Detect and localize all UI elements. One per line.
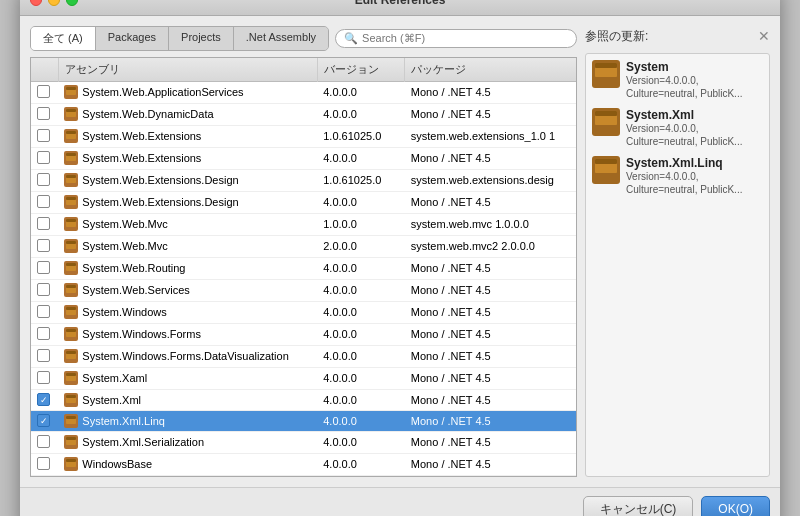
table-row[interactable]: System.Web.Mvc2.0.0.0system.web.mvc2 2.0… bbox=[31, 235, 576, 257]
package-icon bbox=[64, 283, 78, 297]
table-row[interactable]: System.Windows.Forms4.0.0.0Mono / .NET 4… bbox=[31, 323, 576, 345]
row-checkbox[interactable] bbox=[37, 129, 50, 142]
row-checkbox[interactable] bbox=[37, 305, 50, 318]
maximize-button[interactable] bbox=[66, 0, 78, 6]
assembly-table-container: アセンブリ バージョン パッケージ System.Web.Application… bbox=[30, 57, 577, 477]
edit-references-window: Edit References 全て (A) Packages Projects… bbox=[20, 0, 780, 516]
search-input[interactable] bbox=[362, 32, 568, 44]
ref-name: System bbox=[626, 60, 763, 74]
row-checkbox[interactable] bbox=[37, 283, 50, 296]
assembly-name: System.Web.Extensions.Design bbox=[82, 174, 238, 186]
assembly-package: Mono / .NET 4.5 bbox=[405, 431, 576, 453]
assembly-package: system.web.extensions.desig bbox=[405, 169, 576, 191]
package-icon bbox=[64, 173, 78, 187]
table-row[interactable]: System.Xml.Linq4.0.0.0Mono / .NET 4.5 bbox=[31, 410, 576, 431]
row-checkbox[interactable] bbox=[37, 107, 50, 120]
assembly-version: 4.0.0.0 bbox=[317, 453, 405, 475]
reference-item: System.XmlVersion=4.0.0.0, Culture=neutr… bbox=[592, 108, 763, 148]
package-icon bbox=[64, 195, 78, 209]
row-checkbox[interactable] bbox=[37, 173, 50, 186]
search-box[interactable]: 🔍 bbox=[335, 29, 577, 48]
table-row[interactable]: System.Web.Extensions.Design4.0.0.0Mono … bbox=[31, 191, 576, 213]
table-row[interactable]: System.Xml4.0.0.0Mono / .NET 4.5 bbox=[31, 389, 576, 410]
table-row[interactable]: System.Windows.Forms.DataVisualization4.… bbox=[31, 345, 576, 367]
table-row[interactable]: System.Web.Services4.0.0.0Mono / .NET 4.… bbox=[31, 279, 576, 301]
assembly-name: System.Web.Services bbox=[82, 284, 189, 296]
table-row[interactable]: WindowsBase4.0.0.0Mono / .NET 4.5 bbox=[31, 453, 576, 475]
row-checkbox[interactable] bbox=[37, 195, 50, 208]
table-row[interactable]: System.Xaml4.0.0.0Mono / .NET 4.5 bbox=[31, 367, 576, 389]
table-row[interactable]: System.Windows4.0.0.0Mono / .NET 4.5 bbox=[31, 301, 576, 323]
assembly-name: System.Web.Routing bbox=[82, 262, 185, 274]
col-header-assembly: アセンブリ bbox=[58, 58, 317, 82]
package-icon bbox=[64, 85, 78, 99]
assembly-package: Mono / .NET 4.5 bbox=[405, 257, 576, 279]
assembly-package: Mono / .NET 4.5 bbox=[405, 323, 576, 345]
package-icon bbox=[64, 217, 78, 231]
assembly-version: 4.0.0.0 bbox=[317, 103, 405, 125]
assembly-package: Mono / .NET 4.5 bbox=[405, 453, 576, 475]
package-icon bbox=[64, 151, 78, 165]
tab-all[interactable]: 全て (A) bbox=[31, 27, 96, 50]
tab-packages[interactable]: Packages bbox=[96, 27, 169, 50]
right-panel-close-icon[interactable]: ✕ bbox=[758, 28, 770, 44]
close-button[interactable] bbox=[30, 0, 42, 6]
package-icon bbox=[64, 107, 78, 121]
assembly-name: System.Xml.Linq bbox=[82, 415, 165, 427]
assembly-name: System.Windows.Forms.DataVisualization bbox=[82, 350, 288, 362]
assembly-version: 4.0.0.0 bbox=[317, 431, 405, 453]
right-panel: 参照の更新: ✕ SystemVersion=4.0.0.0, Culture=… bbox=[585, 26, 770, 477]
reference-item: SystemVersion=4.0.0.0, Culture=neutral, … bbox=[592, 60, 763, 100]
table-row[interactable]: System.Web.Extensions4.0.0.0Mono / .NET … bbox=[31, 147, 576, 169]
table-header-row: アセンブリ バージョン パッケージ bbox=[31, 58, 576, 82]
tab-net-assembly[interactable]: .Net Assembly bbox=[234, 27, 328, 50]
assembly-package: Mono / .NET 4.5 bbox=[405, 389, 576, 410]
cancel-button[interactable]: キャンセル(C) bbox=[583, 496, 694, 517]
row-checkbox[interactable] bbox=[37, 414, 50, 427]
search-icon: 🔍 bbox=[344, 32, 358, 45]
package-icon bbox=[64, 305, 78, 319]
left-panel: 全て (A) Packages Projects .Net Assembly 🔍… bbox=[30, 26, 577, 477]
table-row[interactable]: System.Web.Extensions1.0.61025.0system.w… bbox=[31, 125, 576, 147]
row-checkbox[interactable] bbox=[37, 457, 50, 470]
reference-list: SystemVersion=4.0.0.0, Culture=neutral, … bbox=[585, 53, 770, 477]
row-checkbox[interactable] bbox=[37, 371, 50, 384]
assembly-name: System.Web.Mvc bbox=[82, 240, 167, 252]
assembly-package: Mono / .NET 4.5 bbox=[405, 367, 576, 389]
row-checkbox[interactable] bbox=[37, 151, 50, 164]
assembly-package: system.web.mvc2 2.0.0.0 bbox=[405, 235, 576, 257]
assembly-table: アセンブリ バージョン パッケージ System.Web.Application… bbox=[31, 58, 576, 476]
ref-package-icon bbox=[592, 156, 620, 184]
traffic-lights bbox=[30, 0, 78, 6]
assembly-package: Mono / .NET 4.5 bbox=[405, 279, 576, 301]
assembly-package: system.web.mvc 1.0.0.0 bbox=[405, 213, 576, 235]
assembly-package: Mono / .NET 4.5 bbox=[405, 410, 576, 431]
assembly-package: Mono / .NET 4.5 bbox=[405, 103, 576, 125]
row-checkbox[interactable] bbox=[37, 261, 50, 274]
table-row[interactable]: System.Web.ApplicationServices4.0.0.0Mon… bbox=[31, 81, 576, 103]
minimize-button[interactable] bbox=[48, 0, 60, 6]
assembly-version: 1.0.61025.0 bbox=[317, 125, 405, 147]
table-row[interactable]: System.Web.DynamicData4.0.0.0Mono / .NET… bbox=[31, 103, 576, 125]
ref-detail: Version=4.0.0.0, Culture=neutral, Public… bbox=[626, 170, 763, 196]
assembly-package: Mono / .NET 4.5 bbox=[405, 301, 576, 323]
ok-button[interactable]: OK(O) bbox=[701, 496, 770, 517]
assembly-version: 4.0.0.0 bbox=[317, 191, 405, 213]
row-checkbox[interactable] bbox=[37, 85, 50, 98]
table-row[interactable]: System.Web.Extensions.Design1.0.61025.0s… bbox=[31, 169, 576, 191]
row-checkbox[interactable] bbox=[37, 393, 50, 406]
col-header-package: パッケージ bbox=[405, 58, 576, 82]
table-row[interactable]: System.Web.Mvc1.0.0.0system.web.mvc 1.0.… bbox=[31, 213, 576, 235]
reference-item: System.Xml.LinqVersion=4.0.0.0, Culture=… bbox=[592, 156, 763, 196]
tab-projects[interactable]: Projects bbox=[169, 27, 234, 50]
main-content: 全て (A) Packages Projects .Net Assembly 🔍… bbox=[20, 16, 780, 487]
row-checkbox[interactable] bbox=[37, 349, 50, 362]
row-checkbox[interactable] bbox=[37, 435, 50, 448]
package-icon bbox=[64, 414, 78, 428]
row-checkbox[interactable] bbox=[37, 239, 50, 252]
row-checkbox[interactable] bbox=[37, 217, 50, 230]
ref-package-icon bbox=[592, 60, 620, 88]
table-row[interactable]: System.Web.Routing4.0.0.0Mono / .NET 4.5 bbox=[31, 257, 576, 279]
table-row[interactable]: System.Xml.Serialization4.0.0.0Mono / .N… bbox=[31, 431, 576, 453]
row-checkbox[interactable] bbox=[37, 327, 50, 340]
